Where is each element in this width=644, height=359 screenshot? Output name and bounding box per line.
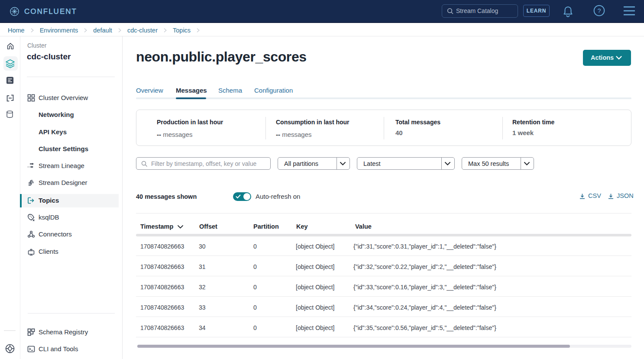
svg-text:?: ? bbox=[597, 7, 601, 14]
